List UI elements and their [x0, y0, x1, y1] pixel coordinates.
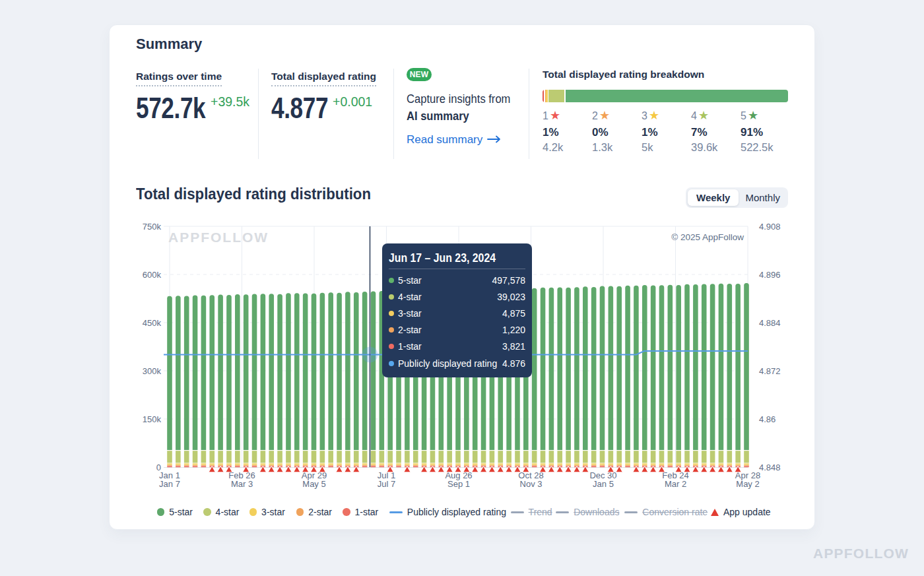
- svg-text:© 2025 AppFollow: © 2025 AppFollow: [671, 232, 744, 242]
- svg-text:May 2: May 2: [736, 479, 759, 489]
- svg-text:Mar 2: Mar 2: [665, 479, 686, 489]
- svg-text:4.86: 4.86: [759, 414, 776, 424]
- svg-text:Jul 7: Jul 7: [378, 479, 395, 489]
- svg-text:750k: 750k: [143, 222, 162, 232]
- svg-text:600k: 600k: [143, 270, 162, 280]
- svg-text:450k: 450k: [143, 318, 162, 328]
- svg-text:APPFOLLOW: APPFOLLOW: [168, 230, 269, 245]
- svg-text:4.848: 4.848: [759, 463, 781, 472]
- svg-text:Jan 7: Jan 7: [159, 479, 180, 489]
- svg-text:300k: 300k: [143, 366, 162, 376]
- svg-text:150k: 150k: [143, 414, 162, 424]
- svg-text:4.896: 4.896: [759, 270, 781, 280]
- svg-text:Mar 3: Mar 3: [231, 479, 253, 489]
- svg-text:Nov 3: Nov 3: [520, 479, 543, 489]
- svg-text:Sep 1: Sep 1: [447, 479, 470, 489]
- svg-text:4.884: 4.884: [759, 318, 781, 328]
- svg-text:4.908: 4.908: [759, 222, 781, 232]
- svg-text:May 5: May 5: [302, 479, 325, 489]
- svg-text:4.872: 4.872: [759, 366, 781, 376]
- svg-text:Jan 5: Jan 5: [593, 479, 614, 489]
